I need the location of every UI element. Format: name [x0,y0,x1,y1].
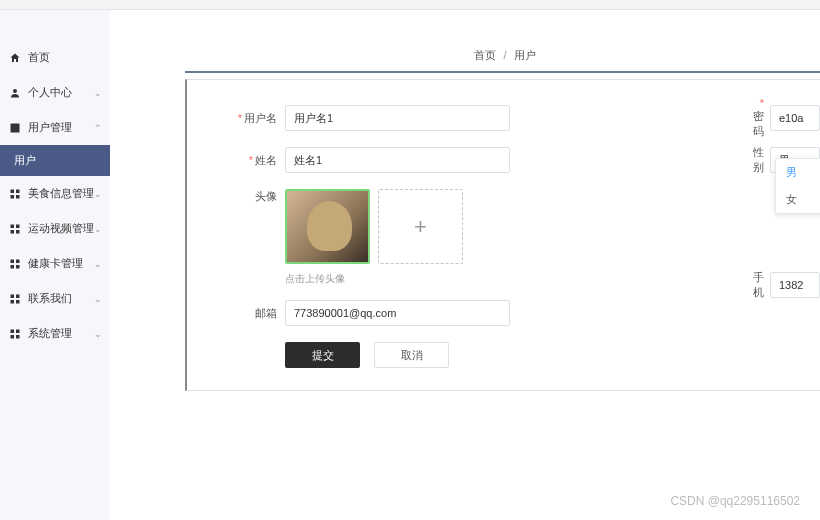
sidebar-item-label: 系统管理 [28,326,94,341]
svg-rect-2 [11,189,15,193]
svg-rect-19 [16,329,20,333]
svg-point-0 [13,89,17,93]
row-username: *用户名 [222,105,820,131]
row-phone: 手机 [747,270,820,300]
svg-rect-3 [16,189,20,193]
label-avatar: 头像 [222,189,277,204]
breadcrumb: 首页 / 用户 [185,40,820,73]
breadcrumb-separator: / [503,49,506,61]
topbar [0,0,820,10]
svg-rect-11 [16,259,20,263]
chevron-down-icon: ⌄ [94,294,102,304]
cancel-button[interactable]: 取消 [374,342,449,368]
avatar-thumbnail[interactable] [285,189,370,264]
svg-rect-8 [11,230,15,234]
upload-hint: 点击上传头像 [285,272,820,286]
form-panel: *用户名 *姓名 头像 + 点击上传头像 邮箱 [185,79,820,391]
input-username[interactable] [285,105,510,131]
grid-icon [8,327,22,341]
sidebar-item-home[interactable]: 首页 [0,40,110,75]
svg-rect-7 [16,224,20,228]
sidebar-item-profile[interactable]: 个人中心 ⌄ [0,75,110,110]
plus-icon: + [414,214,427,240]
row-email: 邮箱 [222,300,820,326]
chevron-down-icon: ⌄ [94,329,102,339]
chevron-down-icon: ⌄ [94,189,102,199]
svg-rect-21 [16,335,20,339]
home-icon [8,51,22,65]
svg-rect-13 [16,265,20,269]
sidebar-item-label: 个人中心 [28,85,94,100]
sidebar-item-video[interactable]: 运动视频管理 ⌄ [0,211,110,246]
grid-icon [8,222,22,236]
svg-rect-15 [16,294,20,298]
breadcrumb-home[interactable]: 首页 [474,49,496,61]
svg-rect-1 [11,123,20,132]
svg-rect-9 [16,230,20,234]
grid-icon [8,257,22,271]
button-row: 提交 取消 [285,342,820,368]
svg-rect-20 [11,335,15,339]
sidebar-item-health[interactable]: 健康卡管理 ⌄ [0,246,110,281]
sidebar-sub-label: 用户 [14,154,36,166]
sidebar-item-contact[interactable]: 联系我们 ⌄ [0,281,110,316]
svg-rect-10 [11,259,15,263]
chevron-down-icon: ⌄ [94,224,102,234]
input-phone[interactable] [770,272,820,298]
svg-rect-16 [11,300,15,304]
sidebar-sub-user[interactable]: 用户 [0,145,110,176]
label-gender: 性别 [747,145,764,175]
grid-icon [8,292,22,306]
sidebar-item-label: 运动视频管理 [28,221,94,236]
label-username: *用户名 [222,111,277,126]
input-email[interactable] [285,300,510,326]
grid-icon [8,187,22,201]
row-avatar: 头像 + [222,189,820,264]
label-name: *姓名 [222,153,277,168]
svg-rect-18 [11,329,15,333]
input-password[interactable] [770,105,820,131]
watermark: CSDN @qq2295116502 [670,494,800,508]
chevron-down-icon: ⌄ [94,259,102,269]
submit-button[interactable]: 提交 [285,342,360,368]
sidebar-item-label: 用户管理 [28,120,94,135]
sidebar-item-label: 首页 [28,50,102,65]
input-name[interactable] [285,147,510,173]
breadcrumb-current: 用户 [514,49,536,61]
svg-rect-14 [11,294,15,298]
svg-rect-5 [16,195,20,199]
sidebar-item-label: 联系我们 [28,291,94,306]
row-name: *姓名 [222,147,820,173]
upload-add-button[interactable]: + [378,189,463,264]
dropdown-option-male[interactable]: 男 [776,159,820,186]
svg-rect-12 [11,265,15,269]
upload-area: + [285,189,463,264]
dropdown-option-female[interactable]: 女 [776,186,820,213]
label-phone: 手机 [747,270,764,300]
sidebar-item-user-mgmt[interactable]: 用户管理 ⌃ [0,110,110,145]
sidebar-item-label: 美食信息管理 [28,186,94,201]
grid-icon [8,121,22,135]
main-content: 首页 / 用户 *用户名 *姓名 头像 + [110,10,820,520]
svg-rect-4 [11,195,15,199]
label-password: * 密码 [747,97,764,139]
sidebar: 首页 个人中心 ⌄ 用户管理 ⌃ 用户 美食信息管理 ⌄ [0,10,110,520]
svg-rect-17 [16,300,20,304]
sidebar-item-label: 健康卡管理 [28,256,94,271]
sidebar-item-food[interactable]: 美食信息管理 ⌄ [0,176,110,211]
user-icon [8,86,22,100]
chevron-down-icon: ⌄ [94,88,102,98]
sidebar-item-system[interactable]: 系统管理 ⌄ [0,316,110,351]
label-email: 邮箱 [222,306,277,321]
svg-rect-6 [11,224,15,228]
main-container: 首页 个人中心 ⌄ 用户管理 ⌃ 用户 美食信息管理 ⌄ [0,10,820,520]
gender-dropdown: 男 女 [775,158,820,214]
chevron-up-icon: ⌃ [94,123,102,133]
form-area: *用户名 *姓名 头像 + 点击上传头像 邮箱 [187,80,820,368]
row-password: * 密码 [747,105,820,131]
